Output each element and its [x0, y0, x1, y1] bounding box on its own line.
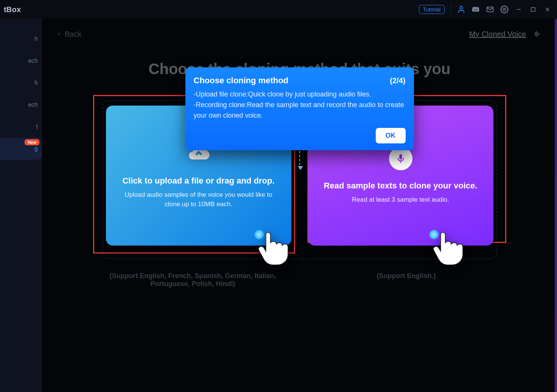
sidebar-item-3[interactable]: ech	[0, 94, 42, 116]
record-card-subtitle: Read at least 3 sample text audio.	[352, 195, 449, 205]
account-icon[interactable]	[457, 5, 465, 14]
sidebar-item-1[interactable]: ech	[0, 50, 42, 72]
window-maximize[interactable]	[529, 5, 537, 14]
popover-body: -Upload file clone:Quick clone by just u…	[194, 89, 406, 121]
microphone-icon	[389, 147, 412, 170]
app-title: tBox	[0, 5, 21, 14]
sidebar-item-2[interactable]: h	[0, 72, 42, 94]
record-card-title: Read sample texts to clone your voice.	[324, 181, 478, 191]
popover-connector	[299, 151, 300, 169]
sidebar-item-label: h	[34, 79, 38, 86]
popover-line: -Recording clone:Read the sample text an…	[194, 100, 406, 121]
badge-new: New	[25, 139, 39, 145]
upload-card-title: Click to upload a file or drag and drop.	[122, 176, 274, 186]
discord-icon[interactable]	[471, 5, 480, 14]
window-close[interactable]	[543, 5, 552, 14]
svg-point-0	[460, 6, 462, 9]
sidebar-item-label: ech	[28, 58, 38, 64]
popover-actions: OK	[194, 128, 406, 143]
sidebar-item-label: g	[34, 145, 38, 152]
sidebar: h ech h ech t New g	[0, 19, 42, 392]
app-viewport: tBox Tutorial	[0, 0, 557, 392]
titlebar: tBox Tutorial	[0, 0, 557, 19]
mail-icon[interactable]	[486, 5, 494, 14]
popover-title: Choose cloning method	[194, 76, 289, 86]
titlebar-actions: Tutorial	[419, 5, 552, 14]
sidebar-item-4[interactable]: t	[0, 116, 42, 138]
popover-line: -Upload file clone:Quick clone by just u…	[194, 89, 406, 100]
sidebar-item-label: t	[36, 123, 38, 130]
app-body: h ech h ech t New g Back	[0, 19, 557, 392]
sidebar-item-label: h	[34, 36, 38, 42]
popover-ok-button[interactable]: OK	[376, 128, 406, 143]
window-minimize[interactable]	[515, 5, 523, 14]
settings-icon[interactable]	[500, 5, 509, 14]
tutorial-popover: Choose cloning method (2/4) -Upload file…	[185, 67, 414, 150]
content: Back My Cloned Voice Choose the cloning …	[42, 19, 557, 392]
sidebar-item-label: ech	[28, 101, 38, 108]
pointer-cursor-icon	[254, 226, 295, 269]
pointer-cursor-icon	[428, 226, 470, 269]
svg-rect-3	[531, 8, 535, 12]
popover-header: Choose cloning method (2/4)	[194, 76, 406, 86]
divider	[451, 5, 451, 14]
sidebar-item-5[interactable]: New g	[0, 138, 42, 160]
svg-point-2	[503, 8, 506, 11]
tutorial-button[interactable]: Tutorial	[419, 5, 445, 14]
sidebar-item-0[interactable]: h	[0, 28, 42, 50]
popover-step: (2/4)	[390, 76, 405, 85]
upload-card-subtitle: Upload audio samples of the voice you wo…	[115, 190, 282, 209]
